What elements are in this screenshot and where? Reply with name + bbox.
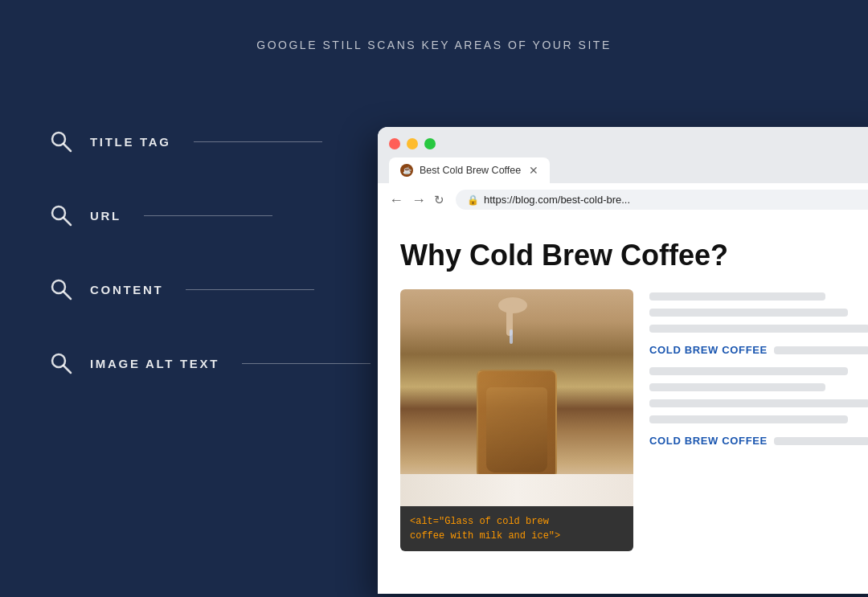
browser-window: ☕ Best Cold Brew Coffee ✕ ← → ↻ 🔒 https:… xyxy=(378,127,868,594)
alt-text-line2: coffee with milk and ice"> xyxy=(410,529,624,543)
traffic-light-red[interactable] xyxy=(389,138,400,149)
left-item-url: URL xyxy=(48,202,371,228)
traffic-light-yellow[interactable] xyxy=(407,138,418,149)
image-alt-label: IMAGE ALT TEXT xyxy=(90,357,219,370)
tab-title: Best Cold Brew Coffee xyxy=(420,165,522,176)
article-title: Why Cold Brew Coffee? xyxy=(400,239,868,272)
browser-content: Why Cold Brew Coffee? <alt xyxy=(378,216,868,594)
sidebar-line-6 xyxy=(649,399,868,407)
url-label: URL xyxy=(90,209,121,223)
article-body: <alt="Glass of cold brew coffee with mil… xyxy=(400,289,868,551)
search-icon-content xyxy=(48,276,74,302)
sidebar-line-1 xyxy=(649,292,825,301)
browser-address-bar: ← → ↻ 🔒 https://blog.com/best-cold-bre..… xyxy=(378,183,868,216)
left-item-image-alt: IMAGE ALT TEXT xyxy=(48,350,371,376)
url-bar[interactable]: 🔒 https://blog.com/best-cold-bre... xyxy=(456,190,868,210)
article-image-container: <alt="Glass of cold brew coffee with mil… xyxy=(400,289,633,551)
forward-button[interactable]: → xyxy=(411,193,426,207)
keyword-highlight-2: COLD BREW COFFEE xyxy=(649,435,868,447)
coffee-jar-image xyxy=(477,370,557,482)
tab-close-button[interactable]: ✕ xyxy=(529,165,538,176)
traffic-light-green[interactable] xyxy=(424,138,436,149)
sidebar-line-7 xyxy=(649,415,848,423)
content-label: CONTENT xyxy=(90,283,163,296)
keyword-highlight-1: COLD BREW COFFEE xyxy=(649,344,868,356)
traffic-lights xyxy=(389,135,868,149)
svg-line-5 xyxy=(63,292,71,299)
article-image xyxy=(400,289,633,506)
scan-areas-list: TITLE TAG URL CONTENT IMAG xyxy=(48,129,371,376)
sidebar-line-2 xyxy=(649,309,848,317)
browser-tab[interactable]: ☕ Best Cold Brew Coffee ✕ xyxy=(389,157,550,183)
browser-chrome: ☕ Best Cold Brew Coffee ✕ xyxy=(378,127,868,183)
search-icon-title-tag xyxy=(48,129,74,154)
tab-bar: ☕ Best Cold Brew Coffee ✕ xyxy=(389,157,868,183)
left-item-title-tag: TITLE TAG xyxy=(48,129,371,154)
search-icon-image-alt xyxy=(48,350,74,376)
svg-rect-10 xyxy=(510,329,513,344)
page-header: GOOGLE STILL SCANS KEY AREAS OF YOUR SIT… xyxy=(0,0,868,51)
back-button[interactable]: ← xyxy=(389,193,403,207)
alt-text-line1: <alt="Glass of cold brew xyxy=(410,514,624,529)
marble-table-image xyxy=(400,474,633,506)
keyword-after-line-2 xyxy=(774,437,868,445)
article-sidebar: COLD BREW COFFEE COLD BREW COFFEE xyxy=(649,289,868,450)
keyword-after-line-1 xyxy=(774,346,868,354)
url-line xyxy=(144,215,272,216)
keyword-text-2: COLD BREW COFFEE xyxy=(649,435,768,447)
lock-icon: 🔒 xyxy=(467,194,479,206)
alt-text-bar: <alt="Glass of cold brew coffee with mil… xyxy=(400,506,633,551)
content-line xyxy=(186,289,314,290)
sidebar-line-5 xyxy=(649,383,825,391)
svg-line-7 xyxy=(63,366,71,373)
nav-buttons: ← → ↻ xyxy=(389,193,444,207)
pouring-hand-icon xyxy=(481,289,545,354)
tab-favicon: ☕ xyxy=(400,164,413,177)
svg-line-1 xyxy=(63,144,71,151)
search-icon-url xyxy=(48,202,74,228)
sidebar-line-3 xyxy=(649,325,868,333)
title-tag-label: TITLE TAG xyxy=(90,135,171,149)
sidebar-line-4 xyxy=(649,367,848,375)
left-item-content: CONTENT xyxy=(48,276,371,302)
keyword-text-1: COLD BREW COFFEE xyxy=(649,344,768,356)
url-text: https://blog.com/best-cold-bre... xyxy=(484,194,630,206)
image-alt-line xyxy=(242,363,371,364)
refresh-button[interactable]: ↻ xyxy=(434,194,444,206)
title-tag-line xyxy=(194,141,322,142)
svg-line-3 xyxy=(63,218,71,225)
